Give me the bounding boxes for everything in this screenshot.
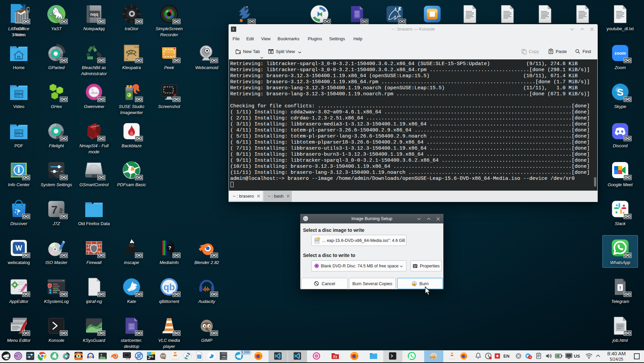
svg-text:?: ? <box>168 245 171 251</box>
svg-text:10: 10 <box>126 58 128 60</box>
svg-text:zoom: zoom <box>614 51 626 56</box>
svg-text:.6: .6 <box>529 356 531 358</box>
svg-text:qb: qb <box>163 282 175 292</box>
svg-text:nqq: nqq <box>222 355 226 357</box>
svg-text:WS: WS <box>148 355 153 358</box>
svg-text:0110: 0110 <box>134 46 139 48</box>
svg-text:7: 7 <box>51 203 58 216</box>
svg-text:nqq: nqq <box>90 12 98 17</box>
svg-text:zip: zip <box>58 208 63 214</box>
svg-text:S: S <box>617 87 624 98</box>
svg-text:!: ! <box>620 285 621 291</box>
svg-text:Fz: Fz <box>333 355 337 359</box>
